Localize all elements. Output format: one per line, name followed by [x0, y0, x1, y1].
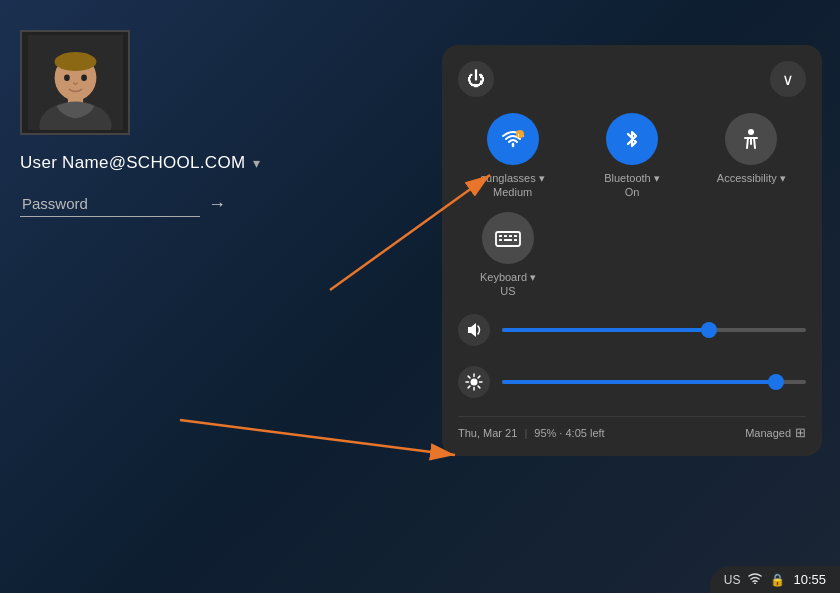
- svg-line-25: [478, 376, 480, 378]
- taskbar-wifi-icon: [748, 572, 762, 587]
- volume-slider-row: [458, 310, 806, 350]
- volume-svg-icon: [465, 321, 483, 339]
- svg-rect-11: [499, 235, 502, 237]
- footer-separator: |: [524, 427, 527, 439]
- quick-settings-panel: ⏻ ∨ ! sunglasses ▾ Medium: [442, 45, 822, 456]
- svg-rect-12: [504, 235, 507, 237]
- bluetooth-icon: [619, 126, 645, 152]
- svg-point-4: [54, 52, 96, 71]
- accessibility-icon: [738, 126, 764, 152]
- brightness-slider-fill: [502, 380, 776, 384]
- keyboard-tile-label: Keyboard ▾ US: [480, 270, 536, 299]
- power-button[interactable]: ⏻: [458, 61, 494, 97]
- panel-footer: Thu, Mar 21 | 95% · 4:05 left Managed ⊞: [458, 416, 806, 440]
- tiles-row-2: Keyboard ▾ US: [458, 212, 806, 299]
- footer-date-text: Thu, Mar 21: [458, 427, 517, 439]
- tiles-row-1: ! sunglasses ▾ Medium Bluetooth ▾ On: [458, 113, 806, 200]
- keyboard-tile-icon: [482, 212, 534, 264]
- brightness-svg-icon: [465, 373, 483, 391]
- accessibility-tile-icon: [725, 113, 777, 165]
- svg-text:!: !: [517, 133, 519, 139]
- taskbar-locale: US: [724, 573, 741, 587]
- user-name-label: User Name@SCHOOL.COM: [20, 153, 245, 173]
- accessibility-tile[interactable]: Accessibility ▾: [711, 113, 791, 200]
- footer-managed-text: Managed: [745, 427, 791, 439]
- panel-header: ⏻ ∨: [458, 61, 806, 97]
- svg-point-6: [81, 74, 87, 81]
- bluetooth-sublabel-text: On: [604, 185, 660, 199]
- keyboard-icon: [493, 225, 523, 251]
- bluetooth-tile-label: Bluetooth ▾ On: [604, 171, 660, 200]
- collapse-button[interactable]: ∨: [770, 61, 806, 97]
- avatar: [20, 30, 130, 135]
- svg-point-9: [748, 129, 754, 135]
- volume-icon: [458, 314, 490, 346]
- keyboard-label-text: Keyboard ▾: [480, 270, 536, 284]
- svg-line-26: [468, 386, 470, 388]
- svg-rect-13: [509, 235, 512, 237]
- svg-point-18: [471, 379, 478, 386]
- password-input[interactable]: [20, 191, 200, 217]
- password-row: →: [20, 191, 240, 217]
- svg-line-24: [478, 386, 480, 388]
- taskbar: US 🔒 10:55: [710, 566, 840, 593]
- wifi-tile-label: sunglasses ▾ Medium: [481, 171, 545, 200]
- volume-slider-track[interactable]: [502, 328, 806, 332]
- footer-date: Thu, Mar 21 | 95% · 4:05 left: [458, 427, 605, 439]
- volume-slider-fill: [502, 328, 709, 332]
- submit-arrow-button[interactable]: →: [208, 194, 226, 215]
- power-icon: ⏻: [467, 69, 485, 90]
- wifi-icon: !: [500, 126, 526, 152]
- collapse-icon: ∨: [782, 70, 794, 89]
- brightness-icon: [458, 366, 490, 398]
- volume-slider-thumb[interactable]: [701, 322, 717, 338]
- footer-battery-text: 95% · 4:05 left: [534, 427, 604, 439]
- taskbar-time: 10:55: [793, 572, 826, 587]
- keyboard-sublabel-text: US: [480, 284, 536, 298]
- user-row: User Name@SCHOOL.COM ▾: [20, 153, 260, 173]
- user-dropdown-chevron[interactable]: ▾: [253, 155, 260, 171]
- wifi-tile-icon: !: [487, 113, 539, 165]
- bluetooth-tile-icon: [606, 113, 658, 165]
- bluetooth-tile[interactable]: Bluetooth ▾ On: [592, 113, 672, 200]
- footer-managed-area: Managed ⊞: [745, 425, 806, 440]
- svg-rect-15: [499, 239, 502, 241]
- keyboard-tile[interactable]: Keyboard ▾ US: [468, 212, 548, 299]
- managed-icon: ⊞: [795, 425, 806, 440]
- accessibility-label-text: Accessibility ▾: [717, 171, 786, 185]
- wifi-tile[interactable]: ! sunglasses ▾ Medium: [473, 113, 553, 200]
- wifi-sublabel-text: Medium: [481, 185, 545, 199]
- wifi-label-text: sunglasses ▾: [481, 171, 545, 185]
- avatar-image: [28, 35, 123, 130]
- brightness-slider-thumb[interactable]: [768, 374, 784, 390]
- login-area: User Name@SCHOOL.COM ▾ →: [20, 30, 260, 217]
- svg-point-31: [754, 583, 756, 585]
- svg-rect-14: [514, 235, 517, 237]
- brightness-slider-track[interactable]: [502, 380, 806, 384]
- accessibility-tile-label: Accessibility ▾: [717, 171, 786, 185]
- svg-rect-16: [504, 239, 512, 241]
- svg-point-5: [64, 74, 70, 81]
- bluetooth-label-text: Bluetooth ▾: [604, 171, 660, 185]
- svg-line-23: [468, 376, 470, 378]
- brightness-slider-row: [458, 362, 806, 402]
- svg-rect-17: [514, 239, 517, 241]
- taskbar-lock-icon: 🔒: [770, 573, 785, 587]
